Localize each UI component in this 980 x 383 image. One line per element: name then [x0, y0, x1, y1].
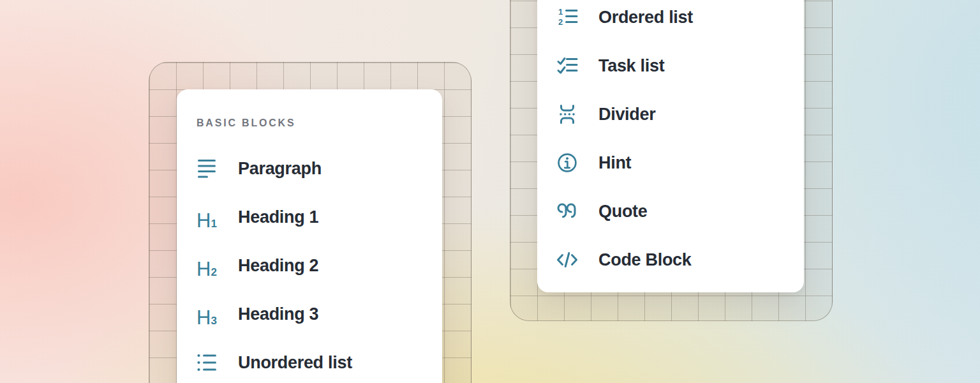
menu-item-heading-3[interactable]: H3 Heading 3 [177, 290, 442, 338]
hint-icon [556, 151, 579, 174]
ordered-list-icon: 1 2 [556, 6, 579, 29]
menu-item-label: Heading 1 [238, 209, 318, 226]
menu-item-label: Code Block [598, 252, 692, 269]
heading-1-icon: H1 [195, 206, 218, 229]
menu-item-label: Divider [598, 106, 655, 123]
divider-icon [556, 103, 579, 126]
menu-item-task-list[interactable]: Task list [537, 41, 804, 90]
menu-item-label: Ordered list [598, 9, 693, 26]
menu-item-heading-1[interactable]: H1 Heading 1 [177, 193, 442, 241]
menu-item-divider[interactable]: Divider [537, 90, 804, 139]
menu-item-label: Task list [598, 57, 664, 75]
menu-item-label: Paragraph [238, 160, 322, 177]
menu-item-label: Heading 2 [238, 257, 318, 274]
menu-item-label: Heading 3 [238, 306, 318, 323]
menu-section-title: BASIC BLOCKS [177, 117, 442, 128]
code-block-icon [556, 248, 579, 271]
svg-text:2: 2 [558, 17, 563, 27]
menu-item-code-block[interactable]: Code Block [537, 236, 804, 284]
heading-2-icon: H2 [195, 254, 218, 277]
task-list-icon [556, 54, 579, 77]
heading-3-icon: H3 [195, 303, 218, 326]
blocks-menu-continued: 1 2 Ordered list Task list [537, 0, 804, 292]
menu-item-label: Quote [598, 203, 648, 220]
unordered-list-icon [195, 351, 218, 374]
menu-item-unordered-list[interactable]: Unordered list [177, 338, 442, 383]
basic-blocks-menu: BASIC BLOCKS Paragraph H1 Heading 1 H2 H… [177, 89, 442, 383]
menu-item-quote[interactable]: Quote [537, 187, 804, 236]
menu-item-label: Hint [598, 154, 631, 172]
menu-item-heading-2[interactable]: H2 Heading 2 [177, 241, 442, 290]
paragraph-icon [195, 157, 218, 180]
background: BASIC BLOCKS Paragraph H1 Heading 1 H2 H… [0, 0, 980, 383]
menu-item-hint[interactable]: Hint [537, 139, 804, 187]
quote-icon [556, 200, 579, 223]
menu-item-paragraph[interactable]: Paragraph [177, 144, 442, 193]
menu-item-label: Unordered list [238, 354, 352, 372]
svg-text:1: 1 [558, 7, 563, 17]
menu-item-ordered-list[interactable]: 1 2 Ordered list [537, 0, 804, 41]
